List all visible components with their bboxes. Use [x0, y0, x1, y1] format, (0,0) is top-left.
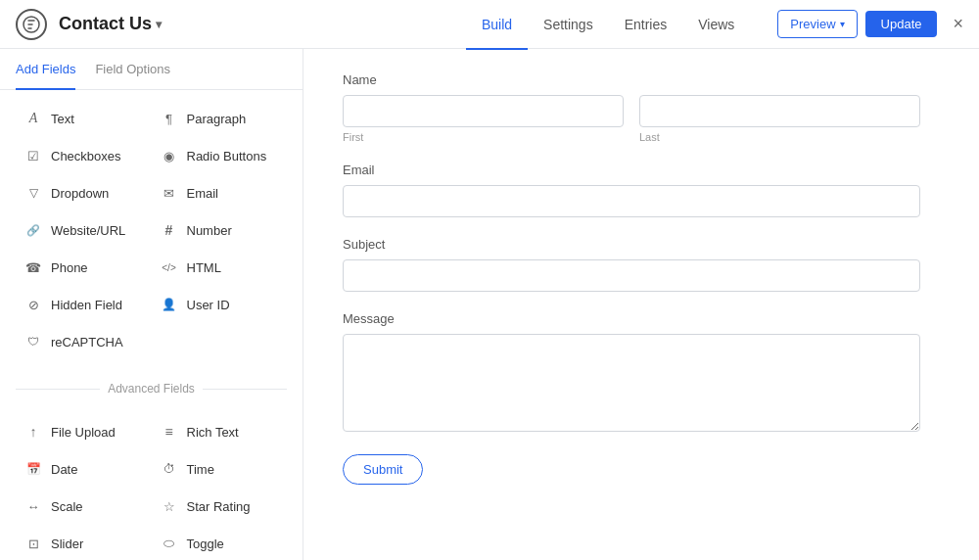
field-label-richtext: Rich Text [187, 425, 239, 440]
star-icon [160, 496, 179, 516]
title-caret-icon: ▾ [156, 18, 162, 31]
tab-settings[interactable]: Settings [528, 1, 609, 50]
field-label-hidden: Hidden Field [51, 298, 122, 312]
field-item-website-url[interactable]: Website/URL [16, 213, 152, 247]
toggle-icon [160, 534, 179, 553]
form-preview: Name First Last Email [343, 72, 920, 485]
tab-build[interactable]: Build [466, 1, 528, 50]
field-label-phone: Phone [51, 260, 88, 275]
field-label-number: Number [187, 223, 232, 238]
text-icon [23, 109, 43, 128]
html-icon [160, 257, 179, 277]
field-label-scale: Scale [51, 499, 83, 514]
field-item-paragraph[interactable]: Paragraph [152, 102, 288, 135]
hidden-icon [23, 295, 43, 314]
page-title[interactable]: Contact Us ▾ [59, 14, 162, 34]
field-item-email[interactable]: Email [152, 176, 288, 210]
field-label-star: Star Rating [187, 499, 251, 514]
field-item-text[interactable]: Text [16, 102, 152, 135]
advanced-fields-label: Advanced Fields [100, 382, 203, 396]
field-item-rich-text[interactable]: Rich Text [152, 415, 288, 448]
userid-icon [160, 295, 179, 314]
form-group-email: Email [343, 163, 920, 217]
first-sub-label: First [343, 131, 624, 143]
email-input[interactable] [343, 185, 920, 217]
first-name-input[interactable] [343, 95, 624, 127]
field-label-email: Email [187, 186, 219, 201]
message-textarea[interactable] [343, 334, 920, 432]
field-item-number[interactable]: Number [152, 213, 288, 247]
divider-line-left [16, 389, 100, 390]
advanced-fields-divider: Advanced Fields [0, 374, 303, 403]
main-layout: Add Fields Field Options Text Paragraph … [0, 49, 979, 560]
phone-icon [23, 257, 43, 277]
last-name-field: Last [639, 95, 920, 143]
field-label-date: Date [51, 462, 77, 477]
sidebar-tab-add-fields[interactable]: Add Fields [16, 50, 75, 90]
email-group-label: Email [343, 163, 920, 177]
field-label-text: Text [51, 112, 74, 126]
advanced-fields-grid: File Upload Rich Text Date Time [16, 415, 287, 560]
subject-input[interactable] [343, 259, 920, 292]
field-item-html[interactable]: HTML [152, 251, 288, 284]
date-icon [23, 459, 43, 479]
url-icon [23, 220, 43, 240]
field-label-userid: User ID [187, 298, 230, 312]
number-icon [160, 220, 179, 240]
preview-caret-icon: ▾ [840, 19, 845, 29]
field-label-dropdown: Dropdown [51, 186, 109, 201]
close-button[interactable]: × [953, 14, 963, 34]
field-label-html: HTML [187, 260, 221, 275]
sidebar-tab-field-options[interactable]: Field Options [95, 50, 170, 90]
scale-icon [23, 496, 43, 516]
field-item-time[interactable]: Time [152, 452, 288, 486]
field-item-phone[interactable]: Phone [16, 251, 152, 284]
update-button[interactable]: Update [865, 11, 938, 37]
sidebar-tabs: Add Fields Field Options [0, 49, 303, 90]
field-item-scale[interactable]: Scale [16, 490, 152, 523]
basic-fields-grid: Text Paragraph Checkboxes Radio Buttons [16, 102, 287, 358]
form-group-subject: Subject [343, 237, 920, 292]
field-item-date[interactable]: Date [16, 452, 152, 486]
field-item-user-id[interactable]: User ID [152, 288, 288, 321]
form-builder-content: Name First Last Email [303, 49, 979, 560]
field-item-star-rating[interactable]: Star Rating [152, 490, 288, 523]
email-icon [160, 183, 179, 203]
app-logo [16, 9, 47, 40]
last-sub-label: Last [639, 131, 920, 143]
field-item-checkboxes[interactable]: Checkboxes [16, 139, 152, 172]
field-label-toggle: Toggle [187, 537, 224, 551]
time-icon [160, 459, 179, 479]
form-group-message: Message [343, 311, 920, 435]
field-item-hidden[interactable]: Hidden Field [16, 288, 152, 321]
field-label-url: Website/URL [51, 223, 125, 238]
field-item-file-upload[interactable]: File Upload [16, 415, 152, 448]
field-item-slider[interactable]: Slider [16, 527, 152, 560]
field-item-toggle[interactable]: Toggle [152, 527, 288, 560]
submit-button[interactable]: Submit [343, 454, 423, 485]
tab-views[interactable]: Views [682, 1, 750, 50]
field-label-paragraph: Paragraph [187, 112, 247, 126]
first-name-field: First [343, 95, 624, 143]
basic-fields-section: Text Paragraph Checkboxes Radio Buttons [0, 90, 303, 370]
slider-icon [23, 534, 43, 553]
tab-entries[interactable]: Entries [609, 1, 683, 50]
subject-group-label: Subject [343, 237, 920, 252]
fileupload-icon [23, 422, 43, 442]
name-fields-row: First Last [343, 95, 920, 143]
header-actions: Preview ▾ Update × [777, 10, 963, 38]
field-item-radio-buttons[interactable]: Radio Buttons [152, 139, 288, 172]
field-label-checkboxes: Checkboxes [51, 149, 121, 163]
field-item-dropdown[interactable]: Dropdown [16, 176, 152, 210]
field-item-recaptcha[interactable]: reCAPTCHA [16, 325, 152, 358]
checkboxes-icon [23, 146, 43, 165]
divider-line-right [203, 389, 287, 390]
radio-icon [160, 146, 179, 165]
field-label-time: Time [187, 462, 214, 477]
last-name-input[interactable] [639, 95, 920, 127]
recaptcha-icon [23, 332, 43, 351]
message-group-label: Message [343, 311, 920, 326]
preview-button[interactable]: Preview ▾ [777, 10, 857, 38]
field-label-fileupload: File Upload [51, 425, 116, 440]
dropdown-icon [23, 183, 43, 203]
